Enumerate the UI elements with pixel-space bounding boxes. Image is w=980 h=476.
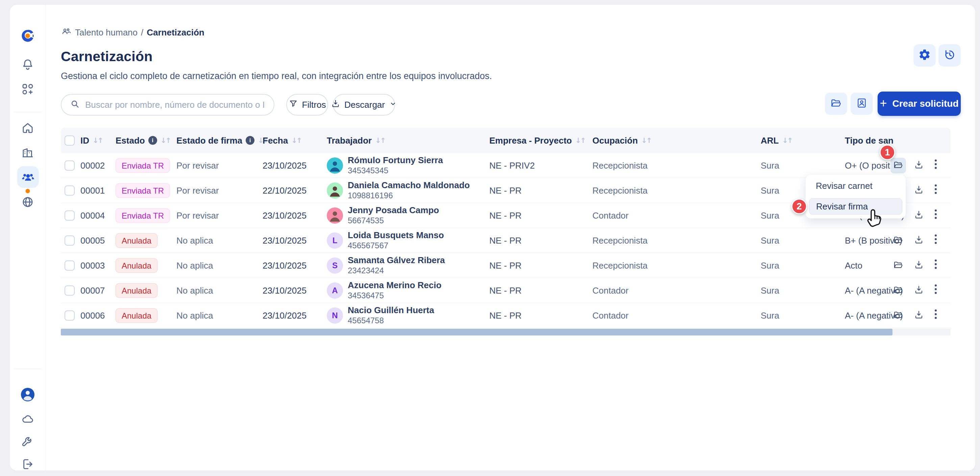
- search-input[interactable]: [85, 100, 266, 110]
- plus-icon: +: [880, 97, 887, 109]
- row-checkbox[interactable]: [65, 311, 75, 321]
- page-title: Carnetización: [61, 49, 153, 65]
- column-label: Ocupación: [592, 135, 638, 146]
- cloud-icon[interactable]: [21, 412, 35, 426]
- row-kebab-menu[interactable]: [935, 235, 937, 244]
- wrench-icon[interactable]: [21, 434, 35, 448]
- row-date: 23/10/2025: [262, 310, 307, 321]
- occupation: Contador: [592, 210, 628, 221]
- row-checkbox[interactable]: [65, 286, 75, 296]
- column-header: Tipo de sangre: [845, 135, 894, 146]
- row-download-button[interactable]: [911, 183, 927, 198]
- sort-icon[interactable]: ↓↑: [291, 136, 301, 144]
- row-folder-button[interactable]: [891, 158, 906, 173]
- row-checkbox[interactable]: [65, 211, 75, 221]
- column-label: Estado: [116, 135, 145, 146]
- history-button[interactable]: [939, 44, 961, 67]
- row-folder-button[interactable]: [891, 233, 906, 248]
- select-all-checkbox[interactable]: [65, 135, 75, 146]
- active-indicator-dot: [26, 189, 30, 193]
- worker-info: Jenny Posada Campo56674535: [348, 205, 439, 226]
- search-box: [61, 94, 274, 116]
- status-badge: Anulada: [116, 235, 158, 246]
- download-label: Descargar: [344, 100, 385, 110]
- row-folder-button[interactable]: [891, 283, 906, 298]
- row-checkbox[interactable]: [65, 186, 75, 195]
- column-label: ID: [80, 135, 89, 146]
- buildings-icon[interactable]: [21, 145, 35, 159]
- scrollbar-thumb[interactable]: [61, 329, 892, 335]
- apps-grid-icon[interactable]: [21, 82, 35, 96]
- row-id: 00006: [80, 310, 105, 321]
- signature-status: No aplica: [177, 310, 213, 321]
- row-id: 00002: [80, 160, 105, 171]
- sort-icon[interactable]: ↓↑: [782, 136, 792, 144]
- bell-icon[interactable]: [21, 57, 35, 71]
- worker-document: 1098816196: [348, 191, 470, 200]
- settings-button[interactable]: [913, 44, 936, 67]
- filters-button[interactable]: Filtros: [286, 94, 328, 116]
- row-folder-button[interactable]: [891, 258, 906, 273]
- row-download-button[interactable]: [911, 158, 927, 173]
- signature-status: No aplica: [177, 235, 213, 246]
- folder-icon: [893, 285, 903, 296]
- sort-icon[interactable]: ↓↑: [575, 136, 585, 144]
- menu-item-revisar-firma[interactable]: Revisar firma: [809, 198, 902, 214]
- row-checkbox[interactable]: [65, 260, 75, 271]
- brand-logo[interactable]: [20, 28, 36, 44]
- sort-icon[interactable]: ↓↑: [92, 136, 102, 144]
- column-label: ARL: [761, 135, 779, 146]
- row-kebab-menu[interactable]: [935, 259, 937, 269]
- status-badge: Anulada: [116, 260, 158, 271]
- status-badge: Enviada TR: [116, 185, 170, 195]
- worker-info: Nacio Guillén Huerta45654758: [348, 305, 434, 326]
- folder-toolbar-button[interactable]: [825, 92, 847, 115]
- row-date: 23/10/2025: [262, 210, 307, 221]
- breadcrumb-section[interactable]: Talento humano: [75, 27, 138, 38]
- occupation: Recepcionista: [592, 235, 648, 246]
- row-kebab-menu[interactable]: [935, 159, 937, 169]
- table-row: 00005AnuladaNo aplica23/10/2025LLoida Bu…: [61, 228, 951, 253]
- info-icon[interactable]: i: [148, 136, 157, 145]
- worker-name: Azucena Merino Recio: [348, 281, 441, 290]
- row-download-button[interactable]: [911, 208, 927, 223]
- info-icon[interactable]: i: [246, 136, 255, 145]
- download-button[interactable]: Descargar: [333, 94, 395, 116]
- row-folder-button[interactable]: [891, 308, 906, 323]
- idcard-toolbar-button[interactable]: [851, 92, 873, 115]
- home-icon[interactable]: [21, 121, 35, 135]
- row-kebab-menu[interactable]: [935, 309, 937, 319]
- row-kebab-menu[interactable]: [935, 184, 937, 194]
- create-request-button[interactable]: + Crear solicitud: [878, 92, 961, 116]
- sort-icon[interactable]: ↓↑: [641, 136, 651, 144]
- logout-icon[interactable]: [21, 457, 35, 471]
- column-header: Trabajador↓↑: [327, 135, 385, 146]
- app-window: Talento humano / Carnetización Carnetiza…: [10, 5, 975, 471]
- globe-icon[interactable]: [21, 195, 35, 209]
- row-kebab-menu[interactable]: [935, 284, 937, 294]
- row-checkbox[interactable]: [65, 235, 75, 246]
- company-project: NE - PR: [489, 310, 522, 321]
- sort-icon[interactable]: ↓↑: [375, 136, 385, 144]
- row-id: 00004: [80, 210, 105, 221]
- user-avatar[interactable]: [20, 387, 36, 403]
- worker-document: 56674535: [348, 216, 439, 225]
- signature-status: Por revisar: [177, 185, 219, 195]
- row-download-button[interactable]: [911, 233, 927, 248]
- row-actions-dropdown: Revisar carnet Revisar firma: [805, 174, 906, 219]
- worker-document: 34536475: [348, 291, 441, 300]
- menu-item-revisar-carnet[interactable]: Revisar carnet: [809, 178, 902, 194]
- row-download-button[interactable]: [911, 258, 927, 273]
- worker-name: Samanta Gálvez Ribera: [348, 255, 445, 265]
- worker-avatar: [327, 182, 343, 198]
- column-header: ARL↓↑: [761, 135, 792, 146]
- worker-name: Daniela Camacho Maldonado: [348, 180, 470, 190]
- folder-icon: [830, 97, 842, 110]
- row-kebab-menu[interactable]: [935, 209, 937, 219]
- people-icon-active[interactable]: [17, 166, 39, 188]
- row-download-button[interactable]: [911, 283, 927, 298]
- id-card-icon: [856, 97, 867, 110]
- row-download-button[interactable]: [911, 308, 927, 323]
- row-checkbox[interactable]: [65, 160, 75, 171]
- sort-icon[interactable]: ↓↑: [161, 136, 170, 144]
